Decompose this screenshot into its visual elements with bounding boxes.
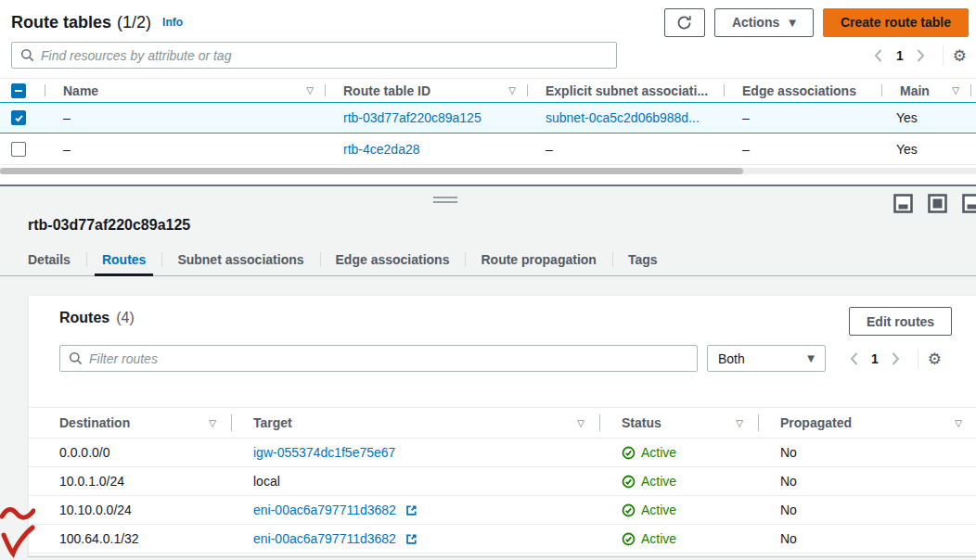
sort-icon[interactable]: ▽ — [736, 418, 743, 428]
cell-id: rtb-03d77af220c89a125 — [325, 110, 527, 125]
cell-name: – — [45, 110, 325, 125]
sort-icon[interactable]: ▽ — [209, 418, 216, 428]
subnet-link[interactable]: subnet-0ca5c2d06b988d... — [546, 110, 700, 125]
row-checkbox-unchecked[interactable] — [11, 142, 26, 157]
row-checkbox-cell — [0, 110, 45, 125]
column-header-id: Route table ID ▽ — [325, 79, 527, 102]
panel-layout-side-icon[interactable] — [962, 194, 976, 213]
cell-status: Active — [599, 531, 758, 546]
column-label-main: Main — [900, 83, 930, 98]
row-checkbox-checked[interactable] — [11, 110, 26, 125]
column-label-target: Target — [253, 415, 292, 430]
route-tables-console: Route tables (1/2) Info Actions ▼ Create… — [0, 0, 976, 560]
column-header-subnet: Explicit subnet associati... — [527, 79, 724, 102]
sort-icon[interactable]: ▽ — [508, 85, 516, 95]
cell-status: Active — [599, 474, 758, 489]
column-header-status: Status ▽ — [599, 408, 758, 438]
detail-tabs: Details Routes Subnet associations Edge … — [0, 244, 976, 276]
sort-icon[interactable]: ▽ — [955, 418, 962, 428]
cell-destination: 0.0.0.0/0 — [29, 445, 231, 460]
panel-layout-bottom-icon[interactable] — [893, 194, 913, 213]
resource-search-input[interactable] — [41, 48, 608, 63]
route-table-link[interactable]: rtb-03d77af220c89a125 — [343, 110, 482, 125]
external-link-icon[interactable] — [405, 504, 417, 516]
tab-details[interactable]: Details — [28, 244, 86, 275]
route-row: 100.64.0.1/32 eni-00ac6a797711d3682 — [29, 525, 976, 554]
cell-target: eni-00ac6a797711d3682 — [231, 503, 599, 517]
column-label-destination: Destination — [59, 415, 130, 430]
column-label-propagated: Propagated — [780, 415, 852, 430]
previous-page-button[interactable] — [867, 44, 891, 68]
detail-panel: rtb-03d77af220c89a125 Details Routes Sub… — [0, 185, 976, 560]
tab-route-propagation[interactable]: Route propagation — [465, 244, 611, 275]
cell-edge: – — [724, 142, 881, 157]
external-link-icon[interactable] — [405, 533, 417, 545]
refresh-button[interactable] — [664, 8, 705, 37]
routes-card-title: Routes (4) — [59, 310, 135, 326]
refresh-icon — [676, 15, 692, 31]
actions-button[interactable]: Actions ▼ — [714, 8, 814, 37]
actions-button-label: Actions — [732, 15, 779, 30]
edit-routes-button[interactable]: Edit routes — [849, 307, 952, 336]
column-label-status: Status — [622, 415, 661, 430]
table-row: – rtb-03d77af220c89a125 subnet-0ca5c2d06… — [0, 102, 976, 134]
column-header-destination: Destination ▽ — [29, 408, 231, 438]
tab-edge-associations[interactable]: Edge associations — [320, 244, 466, 275]
status-text: Active — [641, 531, 676, 546]
target-link[interactable]: igw-055374dc1f5e75e67 — [253, 445, 395, 460]
cell-target: igw-055374dc1f5e75e67 — [231, 445, 599, 460]
caret-down-icon: ▼ — [807, 353, 815, 363]
column-header-name: Name ▽ — [45, 79, 325, 102]
next-page-button[interactable] — [884, 347, 908, 371]
cell-name: – — [45, 142, 325, 157]
previous-page-button[interactable] — [841, 347, 866, 371]
route-row: 10.10.0.0/24 eni-00ac6a797711d3682 — [29, 496, 976, 525]
settings-gear-icon[interactable]: ⚙ — [953, 48, 967, 64]
table-pagination: 1 ⚙ — [867, 43, 967, 69]
tab-tags[interactable]: Tags — [612, 244, 674, 275]
cell-propagated: No — [758, 531, 976, 546]
cell-destination: 10.10.0.0/24 — [29, 503, 231, 517]
target-link[interactable]: eni-00ac6a797711d3682 — [253, 503, 396, 517]
route-table-link[interactable]: rtb-4ce2da28 — [343, 142, 420, 157]
sort-icon[interactable]: ▽ — [577, 418, 584, 428]
selection-count: (1/2) — [117, 13, 151, 32]
sort-icon[interactable]: ▽ — [952, 85, 959, 95]
routes-filter — [59, 345, 698, 372]
column-header-main: Main ▽ — [881, 79, 970, 102]
cell-target: local — [231, 474, 599, 489]
cell-status: Active — [599, 503, 758, 517]
cell-subnet: subnet-0ca5c2d06b988d... — [527, 110, 724, 125]
target-link[interactable]: eni-00ac6a797711d3682 — [253, 531, 396, 546]
select-all-cell — [0, 79, 45, 102]
column-header-propagated: Propagated ▽ — [758, 408, 976, 438]
create-route-table-button[interactable]: Create route table — [823, 8, 969, 37]
cell-target: eni-00ac6a797711d3682 — [231, 531, 599, 546]
route-scope-select[interactable]: Both ▼ — [707, 345, 826, 372]
pager-divider — [943, 45, 944, 66]
panel-resize-handle[interactable] — [433, 197, 457, 206]
horizontal-scrollbar-thumb[interactable] — [0, 168, 743, 174]
cell-destination: 100.64.0.1/32 — [29, 531, 231, 546]
row-checkbox-cell — [0, 142, 45, 157]
column-label-id: Route table ID — [343, 83, 430, 98]
cell-destination: 10.0.1.0/24 — [29, 474, 231, 489]
next-page-button[interactable] — [909, 44, 933, 68]
cell-subnet: – — [527, 142, 724, 157]
current-page[interactable]: 1 — [871, 351, 879, 366]
route-tables-header-row: Name ▽ Route table ID ▽ Explicit subnet … — [0, 78, 976, 103]
tab-routes[interactable]: Routes — [86, 244, 161, 275]
column-label-subnet: Explicit subnet associati... — [546, 83, 708, 98]
info-link[interactable]: Info — [162, 16, 183, 29]
column-header-edge: Edge associations — [724, 79, 881, 102]
routes-filter-input[interactable] — [89, 351, 688, 366]
column-label-edge: Edge associations — [742, 83, 856, 98]
current-page[interactable]: 1 — [896, 48, 904, 63]
cell-propagated: No — [758, 503, 976, 517]
tab-subnet-associations[interactable]: Subnet associations — [161, 244, 319, 275]
sort-icon[interactable]: ▽ — [306, 85, 314, 95]
settings-gear-icon[interactable]: ⚙ — [928, 351, 942, 367]
search-icon — [69, 351, 83, 365]
select-all-checkbox[interactable] — [11, 83, 26, 98]
panel-layout-full-icon[interactable] — [928, 194, 947, 213]
